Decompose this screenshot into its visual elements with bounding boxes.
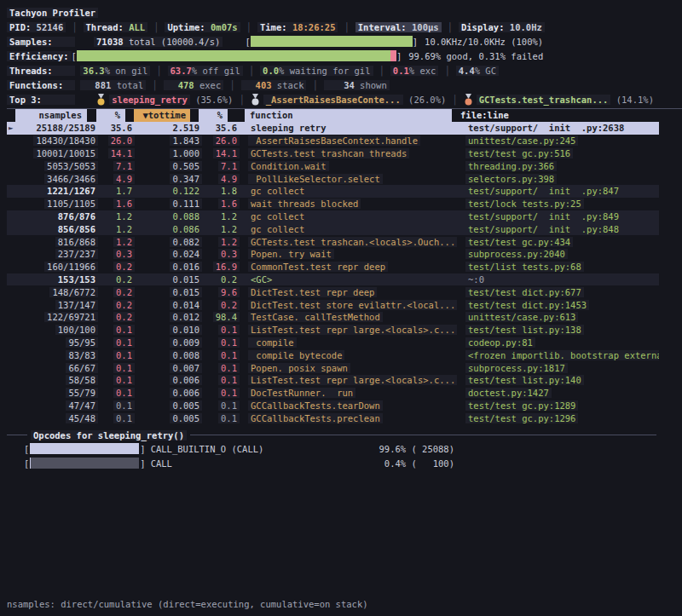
threads-stat: 0.1% exc <box>390 66 439 76</box>
functions-stat: 478 exec <box>164 80 224 90</box>
cell-cumulative-pct: 98.4 <box>202 312 240 322</box>
cell-file-line: test/support/__init__.py:849 <box>457 211 659 222</box>
samples-detail: total (10000.4/s) <box>124 37 221 47</box>
cell-file-line: codeop.py:81 <box>457 337 659 348</box>
table-row[interactable]: 55/79 0.1 0.006 0.1 DocTestRunner.__run … <box>7 387 659 400</box>
cell-tottime: 0.010 <box>135 325 202 335</box>
samples-label: Samples: <box>7 37 75 47</box>
cell-function: _AssertRaisesBaseContext.handle <box>248 135 457 146</box>
status-interval: Interval: 100µs <box>355 22 442 32</box>
opcode-name: CALL <box>151 458 379 469</box>
table-row[interactable]: 47/47 0.1 0.005 0.1 GCCallbackTests.tear… <box>7 400 659 412</box>
table-row[interactable]: 137/147 0.2 0.014 0.2 DictTest.test_stor… <box>7 298 659 311</box>
cell-direct-pct: 0.3 <box>98 249 135 259</box>
efficiency-bar-failed <box>390 50 396 61</box>
top3-function-name[interactable]: GCTests.test_trashcan... <box>477 95 611 105</box>
table-row[interactable]: 153/153 0.2 0.015 0.2 <GC> ~:0 <box>7 273 659 286</box>
table-row[interactable]: 237/237 0.3 0.024 0.3 Popen._try_wait su… <box>7 248 659 261</box>
cell-cumulative-pct: 0.1 <box>202 337 240 348</box>
table-row[interactable]: 160/11966 0.2 0.016 16.9 CommonTest.test… <box>7 261 659 273</box>
cell-function: DictTest.test_repr_deep <box>248 287 457 297</box>
top3-label: Top 3: <box>7 95 75 105</box>
efficiency-row: Efficiency:[] 99.69% good, 0.31% failed <box>7 49 682 63</box>
cell-tottime: 0.014 <box>135 300 202 310</box>
threads-stat: 63.7% off gil <box>168 66 243 76</box>
table-row[interactable]: 58/58 0.1 0.006 0.1 ListTest.test_repr_l… <box>7 374 659 387</box>
cell-file-line: subprocess.py:1817 <box>457 363 659 373</box>
top3-function-name[interactable]: _AssertRaisesBaseConte... <box>263 95 403 105</box>
threads-value: 0.0 <box>263 66 279 76</box>
functions-stat: 403 stack <box>241 80 307 90</box>
table-row[interactable]: 1105/1105 1.6 0.111 1.6 wait_threads_blo… <box>7 198 659 210</box>
separator: │ <box>239 95 244 105</box>
separator: │ <box>156 66 161 76</box>
table-row[interactable]: ► 25188/25189 35.6 2.519 35.6 sleeping_r… <box>7 122 659 135</box>
column-header-[interactable]: % <box>199 109 228 122</box>
cell-cumulative-pct: 0.1 <box>202 350 240 360</box>
cell-nsamples: 100/100 <box>22 325 98 335</box>
table-row[interactable]: 95/95 0.1 0.009 0.1 _compile codeop.py:8… <box>7 337 659 349</box>
cell-nsamples: 55/79 <box>22 388 98 398</box>
cell-nsamples: 876/876 <box>22 211 98 222</box>
table-row[interactable]: 66/67 0.1 0.007 0.1 Popen._posix_spawn s… <box>7 361 659 374</box>
bar-close-bracket: ] <box>396 51 402 61</box>
status-interval-label: Interval: <box>358 22 412 32</box>
table-row[interactable]: 45/48 0.1 0.005 0.1 GCCallbackTests.prec… <box>7 412 659 424</box>
status-bar: PID: 52146│Thread: ALL│Uptime: 0m07s│Tim… <box>7 20 682 34</box>
cell-cumulative-pct: 0.3 <box>202 249 240 259</box>
cell-file-line: threading.py:366 <box>457 161 659 171</box>
table-row[interactable]: 5053/5053 7.1 0.505 7.1 Condition.wait t… <box>7 159 659 172</box>
cell-direct-pct: 1.2 <box>98 224 135 234</box>
table-row[interactable]: 100/100 0.1 0.010 0.1 ListTest.test_repr… <box>7 324 659 337</box>
cell-nsamples: 1105/1105 <box>22 199 98 209</box>
cell-function: GCCallbackTests.preclean <box>248 413 457 423</box>
bar-close-bracket: ] <box>413 37 418 47</box>
cell-nsamples: 58/58 <box>22 375 98 385</box>
efficiency-summary: 99.69% good, 0.31% failed <box>408 51 543 61</box>
functions-suffix: stack <box>272 80 304 90</box>
cell-tottime: 0.006 <box>135 375 202 385</box>
column-header-nsamples[interactable]: nsamples <box>15 109 87 122</box>
cell-tottime: 0.088 <box>135 211 202 222</box>
row-marker: ► <box>7 124 22 132</box>
column-header-tottime[interactable]: ▼tottime <box>134 109 190 122</box>
cell-cumulative-pct: 0.1 <box>202 400 240 411</box>
cell-file-line: test/test_gc.py:1296 <box>457 413 659 423</box>
table-row[interactable]: 3466/3466 4.9 0.347 4.9 _PollLikeSelecto… <box>7 172 659 185</box>
status-time-value: 18:26:25 <box>292 22 336 32</box>
status-display: Display: 10.0Hz <box>459 22 545 32</box>
table-row[interactable]: 83/83 0.1 0.008 0.1 _compile_bytecode <f… <box>7 348 659 361</box>
table-row[interactable]: 876/876 1.2 0.088 1.2 gc_collect test/su… <box>7 210 659 223</box>
app-title: Tachyon Profiler <box>7 8 98 18</box>
column-header-fileline[interactable]: file:line <box>460 109 509 122</box>
samples-rate-bar <box>251 36 413 47</box>
column-header-[interactable]: % <box>96 109 125 122</box>
functions-suffix: exec <box>194 80 222 90</box>
threads-suffix: % off gil <box>192 66 240 76</box>
cell-tottime: 0.012 <box>135 312 202 322</box>
cell-function: GCTests.test_trashcan.<locals>.Ouch... <box>248 237 457 247</box>
status-thread-label: Thread: <box>86 22 130 32</box>
table-row[interactable]: 148/6772 0.2 0.015 9.6 DictTest.test_rep… <box>7 285 659 298</box>
function-table: nsamples%▼tottime%functionfile:line ► 25… <box>7 108 682 424</box>
cell-direct-pct: 0.2 <box>98 300 135 310</box>
table-row[interactable]: 122/69721 0.2 0.012 98.4 TestCase._callT… <box>7 311 659 324</box>
separator: │ <box>312 80 317 90</box>
top3-function-name[interactable]: sleeping_retry <box>109 95 190 105</box>
cell-nsamples: 45/48 <box>22 413 98 423</box>
table-row[interactable]: 856/856 1.2 0.086 1.2 gc_collect test/su… <box>7 222 659 235</box>
cell-tottime: 0.122 <box>135 186 202 196</box>
cell-nsamples: 237/237 <box>22 249 98 259</box>
cell-function: ListTest.test_repr_large.<locals>.c... <box>248 375 457 385</box>
samples-row: Samples: 71038 total (10000.4/s) [] 10.0… <box>7 34 682 49</box>
column-header-function[interactable]: function <box>245 109 452 122</box>
table-row[interactable]: 18430/18430 26.0 1.843 26.0 _AssertRaise… <box>7 135 659 147</box>
table-row[interactable]: 10001/10015 14.1 1.000 14.1 GCTests.test… <box>7 147 659 160</box>
table-row[interactable]: 1221/1267 1.7 0.122 1.8 gc_collect test/… <box>7 185 659 198</box>
table-row[interactable]: 816/868 1.2 0.082 1.2 GCTests.test_trash… <box>7 235 659 248</box>
cell-nsamples: 25188/25189 <box>22 123 98 133</box>
cell-function: Condition.wait <box>248 161 457 171</box>
threads-suffix: % GC <box>475 66 496 76</box>
cell-tottime: 1.843 <box>135 135 202 146</box>
cell-nsamples: 5053/5053 <box>22 161 98 171</box>
